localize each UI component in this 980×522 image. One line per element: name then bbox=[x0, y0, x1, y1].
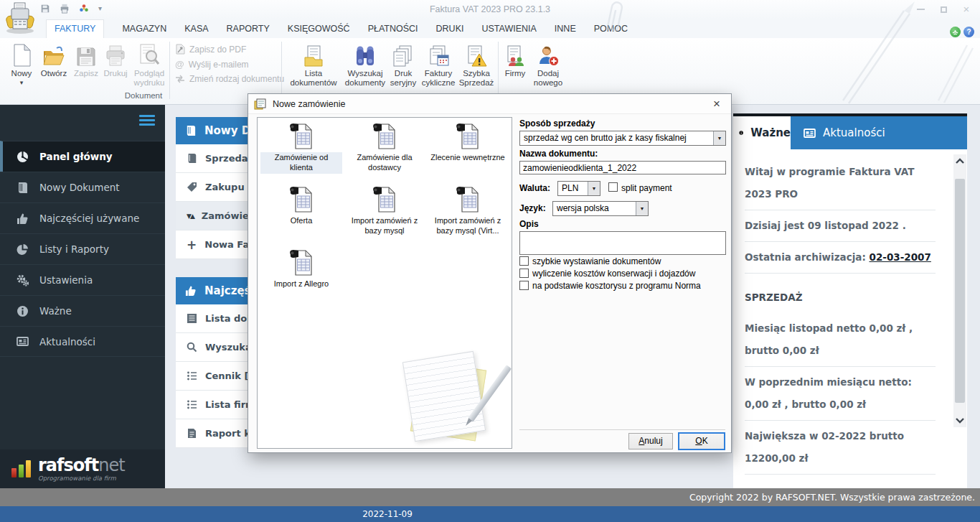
language-select[interactable]: wersja polska ▼ bbox=[552, 201, 649, 216]
dashboard-icon bbox=[17, 151, 29, 163]
tab-pomoc[interactable]: POMOC bbox=[594, 20, 628, 37]
sales-max-text: Największa w 02-2022 brutto 12200,00 zł bbox=[745, 421, 936, 475]
chevron-down-icon[interactable]: ▼ bbox=[713, 131, 725, 145]
quick-settings-icon[interactable] bbox=[79, 4, 89, 14]
minimize-button[interactable] bbox=[914, 3, 927, 16]
split-payment-checkbox[interactable] bbox=[608, 182, 618, 192]
search-documents-button[interactable]: Wyszukaj dokumenty bbox=[342, 41, 388, 88]
quick-print-icon[interactable] bbox=[60, 4, 70, 14]
tab-raporty[interactable]: RAPORTY bbox=[227, 20, 270, 37]
order-type-zamowienie-dla-dostawcy[interactable]: Zamówienie dla dostawcy bbox=[343, 122, 426, 185]
tab-ustawienia[interactable]: USTAWIENIA bbox=[481, 20, 536, 37]
send-email-button[interactable]: @ Wyślij e-mailem bbox=[175, 59, 249, 70]
order-document-icon bbox=[455, 185, 481, 214]
order-type-import-allegro[interactable]: Import z Allegro bbox=[260, 248, 343, 312]
chevron-down-icon[interactable]: ▼ bbox=[636, 202, 648, 215]
tab-platnosci[interactable]: PŁATNOŚCI bbox=[368, 20, 418, 37]
sale-method-select[interactable]: sprzedaż wg cen brutto jak z kasy fiskal… bbox=[519, 131, 726, 146]
list-icon bbox=[187, 313, 197, 324]
order-document-icon bbox=[372, 122, 397, 151]
info-icon bbox=[17, 305, 29, 317]
cancel-button[interactable]: Anuluj bbox=[628, 433, 673, 449]
scrollbar-thumb[interactable] bbox=[955, 179, 965, 403]
change-doc-type-button[interactable]: Zmień rodzaj dokumentu bbox=[175, 74, 284, 84]
sales-heading: SPRZEDAŻ bbox=[745, 282, 936, 313]
order-type-zamowienie-od-klienta[interactable]: Zamówienie od klienta bbox=[260, 122, 343, 185]
add-person-icon bbox=[537, 41, 559, 67]
chevron-down-icon[interactable]: ▼ bbox=[588, 182, 600, 195]
order-document-icon bbox=[288, 248, 314, 277]
tab-magazyn[interactable]: MAGAZYN bbox=[122, 20, 166, 37]
print-preview-button[interactable]: Podgląd wydruku bbox=[131, 41, 168, 88]
print-button[interactable]: Drukuj bbox=[100, 41, 131, 78]
order-type-oferta[interactable]: Oferta bbox=[260, 185, 343, 248]
sidebar-item-panel-glowny[interactable]: Panel główny bbox=[0, 141, 165, 172]
ok-button[interactable]: OK bbox=[679, 433, 725, 449]
scroll-down-icon[interactable] bbox=[956, 417, 964, 424]
tab-druki[interactable]: DRUKI bbox=[436, 20, 464, 37]
app-menu-button[interactable] bbox=[4, 1, 37, 35]
hamburger-menu-icon[interactable] bbox=[139, 115, 155, 126]
dialog-close-button[interactable]: × bbox=[709, 96, 725, 112]
tab-wazne[interactable]: Ważne bbox=[733, 116, 791, 149]
logo-tagline: Oprogramowanie dla firm bbox=[38, 475, 125, 482]
order-type-import-mysql[interactable]: Import zamówień z bazy mysql bbox=[343, 185, 426, 248]
maintenance-costs-label: wyliczenie kosztów konserwacji i dojazdó… bbox=[532, 269, 695, 279]
dialog-separator bbox=[519, 429, 725, 430]
add-new-contact-button[interactable]: Dodaj nowego bbox=[531, 41, 565, 88]
window-title: Faktura VAT 2023 PRO 23.1.3 bbox=[0, 0, 980, 19]
rafsoft-logo: rafsoftnet Oprogramowanie dla firm bbox=[0, 449, 165, 488]
description-textarea[interactable] bbox=[519, 231, 726, 255]
maintenance-costs-checkbox[interactable] bbox=[519, 269, 529, 278]
language-label: Język: bbox=[519, 203, 546, 213]
date-bar: 2022-11-09 bbox=[0, 506, 980, 522]
print-icon bbox=[105, 41, 126, 67]
list-documents-button[interactable]: Lista dokumentów bbox=[286, 41, 341, 88]
tab-kasa[interactable]: KASA bbox=[184, 20, 208, 37]
tab-ksiegowosc[interactable]: KSIĘGOWOŚĆ bbox=[288, 20, 350, 37]
sidebar-item-ustawienia[interactable]: Ustawienia bbox=[0, 264, 165, 295]
tab-aktualnosci[interactable]: Aktualności bbox=[791, 116, 967, 149]
quick-access-caret-icon[interactable]: ▾ bbox=[98, 4, 102, 14]
companies-button[interactable]: Firmy bbox=[501, 41, 529, 78]
order-document-icon bbox=[455, 122, 481, 151]
ribbon-separator bbox=[281, 42, 282, 99]
serial-print-button[interactable]: Druk seryjny bbox=[388, 41, 418, 88]
save-pdf-button[interactable]: Zapisz do PDF bbox=[175, 44, 246, 55]
order-type-import-mysql-virt[interactable]: Import zamówień z bazy mysql (Virt... bbox=[426, 185, 509, 248]
sidebar-item-listy-i-raporty[interactable]: Listy i Raporty bbox=[0, 233, 165, 264]
order-type-zlecenie-wewnetrzne[interactable]: Zlecenie wewnętrzne bbox=[426, 122, 509, 185]
book-icon bbox=[185, 125, 197, 136]
norma-estimate-checkbox[interactable] bbox=[519, 281, 529, 290]
close-button[interactable]: × bbox=[960, 3, 973, 16]
document-name-input[interactable] bbox=[519, 161, 726, 174]
quick-sale-button[interactable]: Szybka Sprzedaż bbox=[457, 41, 496, 88]
archive-date-link[interactable]: 02-03-2007 bbox=[870, 251, 931, 263]
pie-chart-icon bbox=[17, 243, 29, 256]
new-document-button[interactable]: Nowy ▾ bbox=[6, 41, 37, 86]
help-icon[interactable]: ? bbox=[963, 27, 974, 37]
open-button[interactable]: Otwórz bbox=[37, 41, 70, 78]
document-group-label: Dokument bbox=[108, 91, 179, 100]
save-button[interactable]: Zapisz bbox=[72, 41, 100, 78]
scroll-up-icon[interactable] bbox=[956, 157, 964, 164]
currency-select[interactable]: PLN ▼ bbox=[557, 181, 600, 196]
sidebar-item-nowy-dokument[interactable]: Nowy Dokument bbox=[0, 172, 165, 202]
new-document-icon bbox=[11, 41, 32, 67]
ribbon-separator bbox=[169, 42, 170, 99]
tab-inne[interactable]: INNE bbox=[555, 20, 576, 37]
tab-faktury[interactable]: FAKTURY bbox=[46, 19, 104, 38]
ribbon-separator bbox=[498, 42, 499, 99]
quick-save-icon[interactable] bbox=[40, 4, 50, 14]
quick-issue-checkbox[interactable] bbox=[519, 256, 529, 266]
sidebar-item-aktualnosci[interactable]: Aktualności bbox=[0, 326, 165, 357]
cyclic-invoices-button[interactable]: Faktury cykliczne bbox=[418, 41, 458, 88]
sidebar-item-najczesciej-uzywane[interactable]: Najczęściej używane bbox=[0, 202, 165, 233]
maximize-button[interactable] bbox=[937, 3, 950, 16]
gears-icon bbox=[17, 274, 29, 286]
online-status-icon[interactable] bbox=[950, 27, 961, 37]
sidebar-item-wazne[interactable]: Ważne bbox=[0, 295, 165, 326]
right-panel-scrollbar[interactable] bbox=[953, 154, 966, 427]
today-text: Dzisiaj jest 09 listopad 2022 . bbox=[745, 210, 936, 242]
new-dropdown-caret-icon[interactable]: ▾ bbox=[20, 79, 24, 86]
